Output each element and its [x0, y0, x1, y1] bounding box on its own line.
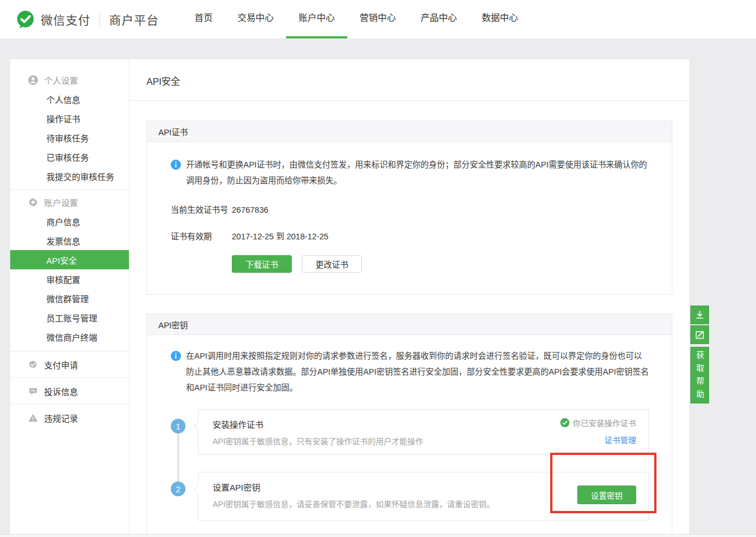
- sidebar-group-personal-settings: 个人设置: [10, 70, 129, 89]
- certificate-number: 26767836: [232, 202, 269, 218]
- sidebar-group-label: 账户设置: [44, 196, 78, 208]
- step-set-api-key: 2 设置API密钥 API密钥属于敏感信息，请妥善保管不要泄露，如果怀疑信息泄露…: [171, 472, 649, 521]
- field-label: 当前生效证书号: [171, 202, 232, 218]
- nav-marketing-center[interactable]: 营销中心: [347, 0, 408, 38]
- platform-name: 商户平台: [109, 11, 159, 28]
- sidebar-item-invoice-info[interactable]: 发票信息: [10, 231, 129, 250]
- feedback-tool-button[interactable]: [690, 325, 709, 344]
- main-content: API安全 API证书 开通帐号和更换API证书时，由微信支付签发，用来标识和界…: [129, 59, 689, 534]
- step-box-notch: [194, 422, 203, 431]
- api-key-info: 在API调用时用来按照指定规则对你的请求参数进行签名，服务器收到你的请求时会进行…: [171, 348, 649, 396]
- nav-transaction-center[interactable]: 交易中心: [225, 0, 286, 38]
- sidebar-item-pending-review[interactable]: 待审核任务: [10, 128, 129, 147]
- current-certificate-row: 当前生效证书号 26767836: [171, 202, 649, 218]
- change-certificate-button[interactable]: 更改证书: [302, 255, 362, 273]
- info-icon: [171, 160, 181, 170]
- sidebar-item-wechat-group-mgmt[interactable]: 微信群管理: [10, 289, 129, 308]
- sidebar-item-personal-info[interactable]: 个人信息: [10, 89, 129, 109]
- logo: 微信支付 商户平台: [16, 0, 159, 38]
- page-title: API安全: [129, 59, 689, 101]
- sidebar-item-operation-cert[interactable]: 操作证书: [10, 109, 129, 128]
- certificate-info: 开通帐号和更换API证书时，由微信支付签发，用来标识和界定你的身份；部分安全性要…: [171, 157, 649, 188]
- nav-product-center[interactable]: 产品中心: [408, 0, 469, 38]
- sidebar-item-reviewed[interactable]: 已审核任务: [10, 147, 129, 166]
- sidebar-group-label: 个人设置: [44, 74, 78, 86]
- warning-triangle-icon: [28, 413, 38, 423]
- get-help-button[interactable]: 获取帮助: [690, 347, 709, 403]
- field-label: 证书有效期: [171, 229, 232, 244]
- sidebar-item-api-security[interactable]: API安全: [10, 250, 129, 269]
- sidebar-link-label: 违规记录: [44, 412, 78, 424]
- nav-account-center[interactable]: 账户中心: [286, 0, 347, 38]
- nav-data-center[interactable]: 数据中心: [469, 0, 530, 38]
- certificate-buttons: 下载证书 更改证书: [232, 255, 649, 273]
- nav-home[interactable]: 首页: [182, 0, 225, 38]
- step-title: 设置API密钥: [213, 481, 636, 493]
- set-api-key-button[interactable]: 设置密钥: [577, 486, 636, 504]
- step-description: API密钥属于敏感信息，请妥善保管不要泄露，如果怀疑信息泄露，请重设密钥。: [213, 498, 636, 509]
- float-toolbar: 获取帮助: [690, 306, 709, 403]
- wechat-bubble-icon: [28, 359, 38, 370]
- api-key-section: API密钥 在API调用时用来按照指定规则对你的请求参数进行签名，服务器收到你的…: [146, 313, 672, 535]
- certificate-info-text: 开通帐号和更换API证书时，由微信支付签发，用来标识和界定你的身份；部分安全性要…: [186, 157, 649, 188]
- wechat-pay-logo-icon: [16, 10, 35, 29]
- bottom-strip: [0, 534, 756, 537]
- step-box-notch: [194, 485, 203, 494]
- info-icon: [171, 351, 181, 361]
- sidebar-item-review-config[interactable]: 审核配置: [10, 269, 129, 289]
- api-key-steps: 1 安装操作证书 API密钥属于敏感信息，只有安装了操作证书的用户才能操作: [171, 409, 649, 521]
- sidebar-link-label: 投诉信息: [44, 385, 78, 397]
- status-text: 你已安装操作证书: [573, 417, 636, 428]
- check-circle-icon: [560, 418, 569, 427]
- api-key-section-title: API密钥: [147, 314, 672, 335]
- sidebar-link-complaint-info[interactable]: 投诉信息: [10, 378, 129, 405]
- sidebar-item-wechat-merchant-terminal[interactable]: 微信商户终端: [10, 327, 129, 346]
- api-key-info-text: 在API调用时用来按照指定规则对你的请求参数进行签名，服务器收到你的请求时会进行…: [186, 348, 649, 396]
- sidebar-link-violation-records[interactable]: 违规记录: [10, 405, 129, 431]
- sidebar-link-payment-application[interactable]: 支付申请: [10, 351, 129, 378]
- certificate-management-link[interactable]: 证书管理: [604, 434, 636, 445]
- top-nav: 首页 交易中心 账户中心 营销中心 产品中心 数据中心: [182, 0, 530, 38]
- sidebar-group-account-settings: 账户设置: [10, 192, 129, 212]
- sidebar-item-staff-account-mgmt[interactable]: 员工账号管理: [10, 308, 129, 327]
- download-icon: [694, 310, 705, 320]
- sidebar-divider: [10, 189, 129, 190]
- comment-bubble-icon: [28, 386, 38, 397]
- step-install-certificate: 1 安装操作证书 API密钥属于敏感信息，只有安装了操作证书的用户才能操作: [171, 409, 649, 455]
- step-number-badge: 2: [171, 482, 185, 496]
- sidebar-item-my-submitted-review[interactable]: 我提交的审核任务: [10, 166, 129, 186]
- logo-divider: [100, 13, 100, 25]
- certificate-validity-row: 证书有效期 2017-12-25 到 2018-12-25: [171, 229, 649, 244]
- step-box: 设置API密钥 API密钥属于敏感信息，请妥善保管不要泄露，如果怀疑信息泄露，请…: [198, 472, 649, 521]
- sidebar-link-label: 支付申请: [44, 359, 78, 371]
- brand-name: 微信支付: [41, 11, 90, 28]
- api-certificate-section-title: API证书: [147, 121, 672, 142]
- gear-icon: [28, 197, 38, 208]
- step-connector-line: [177, 433, 179, 482]
- api-certificate-section: API证书 开通帐号和更换API证书时，由微信支付签发，用来标识和界定你的身份；…: [146, 121, 672, 295]
- download-certificate-button[interactable]: 下载证书: [232, 255, 292, 273]
- download-tool-button[interactable]: [690, 306, 709, 324]
- step-box: 安装操作证书 API密钥属于敏感信息，只有安装了操作证书的用户才能操作 你已安装…: [198, 409, 649, 455]
- certificate-validity: 2017-12-25 到 2018-12-25: [232, 229, 329, 244]
- step-number-badge: 1: [171, 419, 185, 433]
- top-header: 微信支付 商户平台 首页 交易中心 账户中心 营销中心 产品中心 数据中心: [0, 0, 756, 38]
- edit-icon: [694, 329, 705, 340]
- certificate-installed-status: 你已安装操作证书: [560, 417, 636, 428]
- user-icon: [28, 75, 38, 85]
- sidebar: 个人设置 个人信息 操作证书 待审核任务 已审核任务 我提交的审核任务 账户设置…: [10, 59, 129, 534]
- sidebar-item-merchant-info[interactable]: 商户信息: [10, 212, 129, 231]
